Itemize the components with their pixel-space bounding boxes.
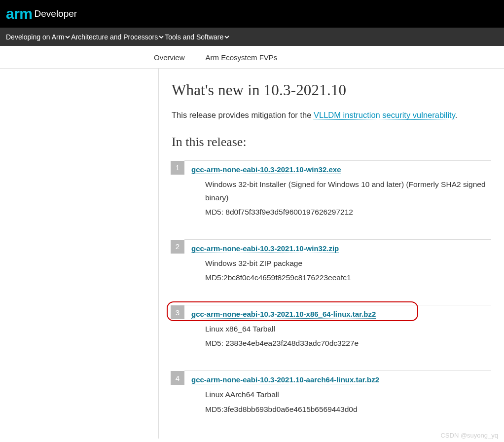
page-title: What's new in 10.3-2021.10 — [172, 81, 491, 99]
nav-label: Architecture and Processors — [71, 33, 158, 41]
download-body: gcc-arm-none-eabi-10.3-2021.10-win32.exe… — [184, 161, 491, 219]
download-number: 1 — [171, 161, 184, 175]
download-item: 2 gcc-arm-none-eabi-10.3-2021.10-win32.z… — [184, 239, 491, 284]
download-desc: Windows 32-bit Installer (Signed for Win… — [191, 178, 491, 204]
chevron-down-icon — [159, 35, 164, 39]
nav-label: Developing on Arm — [6, 33, 64, 41]
download-number: 3 — [171, 305, 184, 319]
vulnerability-link[interactable]: VLLDM instruction security vulnerability — [314, 110, 455, 120]
download-desc: Windows 32-bit ZIP package — [191, 257, 351, 270]
nav-architecture-processors[interactable]: Architecture and Processors — [71, 33, 165, 41]
main-content: What's new in 10.3-2021.10 This release … — [0, 69, 504, 439]
download-number: 4 — [171, 371, 184, 385]
download-item: 3 gcc-arm-none-eabi-10.3-2021.10-x86_64-… — [184, 305, 491, 350]
download-desc: Linux AArch64 Tarball — [191, 388, 379, 401]
download-number: 2 — [171, 240, 184, 254]
download-body: gcc-arm-none-eabi-10.3-2021.10-aarch64-l… — [184, 371, 379, 415]
nav-developing-on-arm[interactable]: Developing on Arm — [6, 33, 71, 41]
watermark: CSDN @suyong_yq — [440, 432, 498, 439]
chevron-down-icon — [65, 35, 70, 39]
download-md5: MD5:3fe3d8bb693bd0a6e4615b6569443d0d — [191, 403, 379, 416]
download-desc: Linux x86_64 Tarball — [191, 322, 376, 335]
download-md5: MD5: 2383e4eb4ea23f248d33adc70dc3227e — [191, 336, 376, 350]
download-link[interactable]: gcc-arm-none-eabi-10.3-2021.10-aarch64-l… — [191, 375, 379, 384]
download-list: 1 gcc-arm-none-eabi-10.3-2021.10-win32.e… — [172, 160, 491, 416]
download-item: 1 gcc-arm-none-eabi-10.3-2021.10-win32.e… — [184, 160, 491, 219]
top-header: arm Developer — [0, 0, 504, 28]
nav-tools-software[interactable]: Tools and Software — [165, 33, 230, 41]
nav-label: Tools and Software — [165, 33, 223, 41]
brand-suffix: Developer — [35, 8, 77, 19]
intro-text-pre: This release provides mitigation for the — [172, 110, 314, 119]
download-item: 4 gcc-arm-none-eabi-10.3-2021.10-aarch64… — [184, 370, 491, 415]
download-link[interactable]: gcc-arm-none-eabi-10.3-2021.10-win32.zip — [191, 244, 339, 253]
sub-nav: Overview Arm Ecosystem FVPs — [0, 46, 504, 69]
tab-overview[interactable]: Overview — [154, 46, 185, 68]
intro-paragraph: This release provides mitigation for the… — [172, 109, 491, 122]
download-body: gcc-arm-none-eabi-10.3-2021.10-win32.zip… — [184, 240, 351, 284]
download-md5: MD5: 8d0f75f33f9e3d5f9600197626297212 — [191, 205, 491, 219]
main-nav: Developing on Arm Architecture and Proce… — [0, 28, 504, 46]
section-heading: In this release: — [172, 135, 491, 149]
download-link[interactable]: gcc-arm-none-eabi-10.3-2021.10-win32.exe — [191, 165, 341, 174]
content-column: What's new in 10.3-2021.10 This release … — [159, 69, 504, 439]
left-sidebar — [0, 69, 159, 439]
download-md5: MD5:2bc8f0c4c4659f8259c8176223eeafc1 — [191, 271, 351, 284]
download-link[interactable]: gcc-arm-none-eabi-10.3-2021.10-x86_64-li… — [191, 310, 376, 319]
intro-text-post: . — [455, 110, 458, 119]
chevron-down-icon — [224, 35, 229, 39]
tab-ecosystem-fvps[interactable]: Arm Ecosystem FVPs — [206, 46, 278, 68]
brand-logo[interactable]: arm — [6, 5, 33, 22]
download-body: gcc-arm-none-eabi-10.3-2021.10-x86_64-li… — [184, 305, 376, 350]
